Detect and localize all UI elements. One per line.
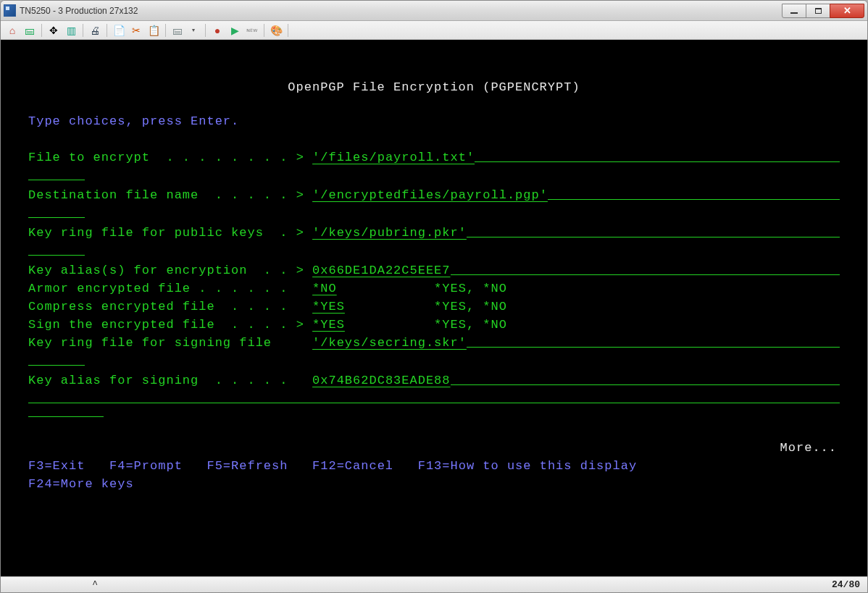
compress-options-text: *YES, *NO bbox=[434, 298, 507, 316]
continuation-input[interactable] bbox=[28, 204, 85, 218]
status-caret: ^ bbox=[8, 579, 102, 590]
armor-label: Armor encrypted file . . . . . . bbox=[28, 279, 312, 298]
continuation-input[interactable] bbox=[28, 352, 85, 366]
separator-icon bbox=[41, 24, 42, 37]
minimize-button[interactable] bbox=[782, 4, 806, 18]
separator-icon bbox=[264, 24, 264, 37]
key-alias-sign-label: Key alias for signing . . . . . bbox=[28, 371, 312, 390]
dest-file-label: Destination file name . . . . . > bbox=[28, 186, 312, 204]
sign-keyring-label: Key ring file for signing file bbox=[28, 334, 312, 352]
close-button[interactable]: ✕ bbox=[830, 4, 864, 18]
sign-options bbox=[353, 316, 434, 334]
armor-input[interactable]: *NO bbox=[312, 279, 353, 298]
disconnect-icon[interactable]: 🖴 bbox=[22, 23, 37, 38]
file-to-encrypt-input[interactable]: '/files/payroll.txt' bbox=[312, 148, 475, 167]
transfer-icon[interactable]: 🖴 bbox=[170, 23, 185, 38]
compress-options bbox=[353, 298, 434, 316]
cut-icon[interactable]: ✂ bbox=[129, 23, 143, 38]
app-window: TN5250 - 3 Production 27x132 ✕ ⌂ 🖴 ✥ ▥ 🖨… bbox=[0, 0, 868, 593]
sign-keyring-input[interactable]: '/keys/secring.skr' bbox=[312, 334, 467, 352]
toolbar: ⌂ 🖴 ✥ ▥ 🖨 📄 ✂ 📋 🖴 ▾ ● ▶ ɴᴇᴡ 🎨 bbox=[1, 21, 867, 40]
armor-options-text: *YES, *NO bbox=[434, 279, 507, 298]
cursor-position: 24/80 bbox=[832, 579, 860, 590]
maximize-button[interactable] bbox=[806, 4, 830, 18]
terminal-screen[interactable]: OpenPGP File Encryption (PGPENCRYPT) Typ… bbox=[1, 40, 867, 576]
screen-icon[interactable]: ▥ bbox=[64, 23, 78, 38]
continuation-input[interactable] bbox=[28, 403, 104, 417]
file-to-encrypt-label: File to encrypt . . . . . . . . > bbox=[28, 148, 312, 167]
connect-icon[interactable]: ⌂ bbox=[5, 23, 20, 38]
separator-icon bbox=[107, 24, 107, 37]
window-controls: ✕ bbox=[783, 4, 864, 18]
move-icon[interactable]: ✥ bbox=[46, 23, 61, 38]
sign-input[interactable]: *YES bbox=[312, 316, 353, 334]
key-alias-enc-label: Key alias(s) for encryption . . > bbox=[28, 261, 312, 279]
instruction-text: Type choices, press Enter. bbox=[1, 112, 867, 130]
key-alias-enc-input[interactable]: 0x66DE1DA22C5EEE7 bbox=[312, 261, 450, 279]
armor-options bbox=[353, 279, 434, 298]
more-indicator: More... bbox=[1, 439, 867, 457]
continuation-input[interactable] bbox=[28, 167, 85, 180]
app-icon bbox=[4, 4, 16, 17]
pub-keyring-label: Key ring file for public keys . > bbox=[28, 224, 312, 242]
play-icon[interactable]: ▶ bbox=[228, 23, 242, 38]
record-icon[interactable]: ● bbox=[210, 23, 225, 38]
sign-options-text: *YES, *NO bbox=[434, 316, 507, 334]
continuation-input[interactable] bbox=[28, 390, 840, 403]
function-keys-line2: F24=More keys bbox=[1, 475, 867, 493]
continuation-input[interactable] bbox=[28, 242, 85, 256]
status-bar: ^ 24/80 bbox=[1, 576, 867, 592]
compress-label: Compress encrypted file . . . . bbox=[28, 298, 312, 316]
palette-icon[interactable]: 🎨 bbox=[269, 23, 283, 38]
copy-icon[interactable]: 📄 bbox=[112, 23, 126, 38]
compress-input[interactable]: *YES bbox=[312, 298, 353, 316]
pub-keyring-input[interactable]: '/keys/pubring.pkr' bbox=[312, 224, 467, 242]
separator-icon bbox=[205, 24, 206, 37]
key-alias-sign-input[interactable]: 0x74B62DC83EADE88 bbox=[312, 371, 450, 390]
new-icon[interactable]: ɴᴇᴡ bbox=[245, 23, 259, 38]
dest-file-input[interactable]: '/encryptedfiles/payroll.pgp' bbox=[312, 186, 548, 204]
separator-icon bbox=[288, 24, 288, 37]
window-title: TN5250 - 3 Production 27x132 bbox=[20, 6, 783, 16]
screen-title: OpenPGP File Encryption (PGPENCRYPT) bbox=[1, 78, 867, 104]
separator-icon bbox=[83, 24, 83, 37]
titlebar[interactable]: TN5250 - 3 Production 27x132 ✕ bbox=[1, 1, 867, 21]
separator-icon bbox=[165, 24, 166, 37]
print-icon[interactable]: 🖨 bbox=[88, 23, 102, 38]
dropdown-icon[interactable]: ▾ bbox=[186, 23, 201, 38]
function-keys-line1: F3=Exit F4=Prompt F5=Refresh F12=Cancel … bbox=[1, 457, 867, 475]
paste-icon[interactable]: 📋 bbox=[146, 23, 161, 38]
sign-label: Sign the encrypted file . . . . > bbox=[28, 316, 312, 334]
